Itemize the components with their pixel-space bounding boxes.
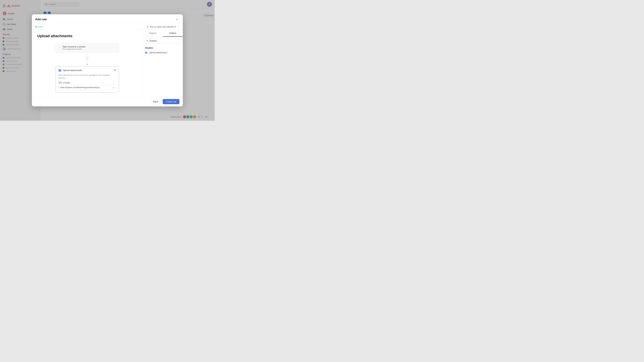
create-rule-button[interactable]: Create rule [163,99,180,104]
right-search [143,37,183,45]
search-input-container [145,38,181,43]
modal-subheader: Active Run on tasks and subtasks ▾ ··· [32,24,183,30]
url-input-container[interactable]: www.dropbox.com/Marketingassets/colorgui… [58,85,116,90]
trigger-arrow-icon: → [58,46,60,48]
active-dot [35,26,36,27]
modal-center-panel: Upload attachments → Task moved to a sec… [32,30,142,97]
url-clear-button[interactable]: × [113,86,114,88]
dropbox-icon [145,52,148,53]
flow-container: → Task moved to a section Final approved… [55,43,119,93]
trigger-content: Task moved to a section Final approved a… [62,45,86,50]
url-input[interactable]: www.dropbox.com/Marketingassets/colorgui… [60,86,112,88]
modal-rule-title: Upload attachments [37,34,72,38]
svg-point-6 [147,40,148,41]
lightning-icon [146,26,149,28]
modal-close-button[interactable]: × [175,17,180,22]
modal-title: Add rule [35,18,47,23]
trigger-subtitle: Final approved assets [62,48,86,50]
flow-line: + ▼ [86,53,89,66]
trash-icon [114,69,116,71]
add-step-button[interactable]: + [86,56,89,60]
flow-line-bar [87,53,88,56]
url-label: URL of folder [58,81,116,84]
delete-action-button[interactable] [114,69,116,72]
modal-body: Upload attachments → Task moved to a sec… [32,30,183,97]
flow-line-bar [87,60,88,63]
run-options-button[interactable]: Run on tasks and subtasks ▾ [150,26,176,28]
active-badge: Active [35,26,43,28]
add-rule-modal: Add rule × Active Run on tasks and subta… [32,14,183,106]
trigger-card[interactable]: → Task moved to a section Final approved… [55,43,119,53]
action-description: Task attachments (up to 10) will be uplo… [58,74,116,80]
right-tabs: Triggers Actions [143,30,183,37]
run-options: Run on tasks and subtasks ▾ ··· [146,25,180,28]
action-card: Upload attachments Task attachments (up … [55,66,119,93]
right-section-label: Dropbox [143,45,183,50]
action-card-title: Upload attachments [58,69,82,71]
trigger-title: Task moved to a section [62,45,86,48]
search-icon [146,40,148,42]
modal-footer: Back Create rule [32,96,183,106]
svg-line-7 [148,41,148,41]
dropbox-icon [58,69,62,71]
run-options-more-button[interactable]: ··· [177,25,180,28]
tab-actions[interactable]: Actions [163,30,183,37]
back-button[interactable]: Back [150,99,161,104]
actions-search-input[interactable] [150,40,179,42]
right-action-item-upload[interactable]: Upload attachments [143,50,183,55]
tab-triggers[interactable]: Triggers [143,30,163,37]
modal-right-panel: Triggers Actions Dropbox [142,30,183,97]
flow-arrow-icon: ▼ [86,63,88,65]
action-card-header: Upload attachments [58,69,116,72]
modal-header: Add rule × [32,14,183,24]
